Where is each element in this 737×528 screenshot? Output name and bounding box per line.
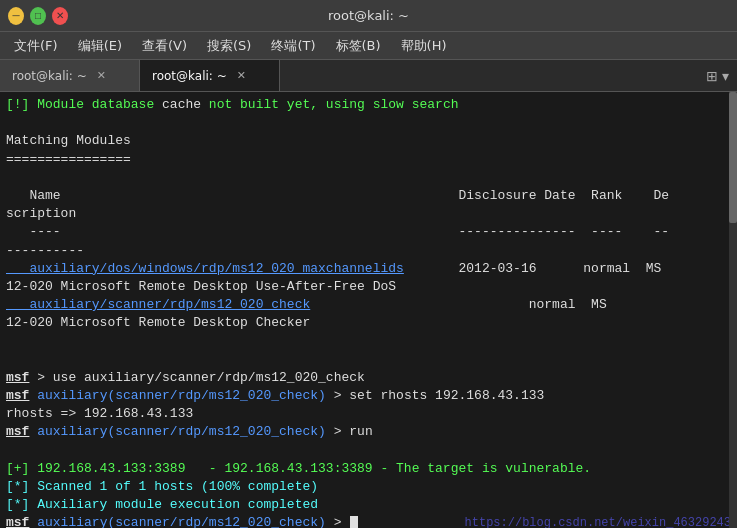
new-tab-button[interactable]: ⊞ xyxy=(706,68,718,84)
terminal[interactable]: [!] Module database cache not built yet,… xyxy=(0,92,737,528)
terminal-row2-a: auxiliary/scanner/rdp/ms12_020_check nor… xyxy=(6,296,731,314)
terminal-row1-b: 12-020 Microsoft Remote Desktop Use-Afte… xyxy=(6,278,731,296)
maximize-button[interactable]: □ xyxy=(30,7,46,25)
terminal-cmd1: msf > use auxiliary/scanner/rdp/ms12_020… xyxy=(6,369,731,387)
terminal-result2: [*] Scanned 1 of 1 hosts (100% complete) xyxy=(6,478,731,496)
tab-menu-button[interactable]: ▾ xyxy=(722,68,729,84)
terminal-row1-a: auxiliary/dos/windows/rdp/ms12_020_maxch… xyxy=(6,260,731,278)
menu-tabs[interactable]: 标签(B) xyxy=(326,35,391,57)
terminal-result3: [*] Auxiliary module execution completed xyxy=(6,496,731,514)
tab-1-label: root@kali: ~ xyxy=(12,69,87,83)
menu-terminal[interactable]: 终端(T) xyxy=(261,35,325,57)
terminal-cursor xyxy=(350,516,358,528)
watermark: https://blog.csdn.net/weixin_46329243 xyxy=(465,515,731,528)
menu-search[interactable]: 搜索(S) xyxy=(197,35,261,57)
tab-1-close[interactable]: ✕ xyxy=(97,69,106,82)
menu-help[interactable]: 帮助(H) xyxy=(391,35,457,57)
terminal-blank3 xyxy=(6,332,731,350)
tab-2[interactable]: root@kali: ~ ✕ xyxy=(140,60,280,91)
title-bar: ─ □ ✕ root@kali: ~ xyxy=(0,0,737,32)
terminal-final-prompt: msf auxiliary(scanner/rdp/ms12_020_check… xyxy=(6,514,731,528)
terminal-line-blank2 xyxy=(6,169,731,187)
terminal-table-sep2: ---------- xyxy=(6,242,731,260)
menu-view[interactable]: 查看(V) xyxy=(132,35,197,57)
tab-actions: ⊞ ▾ xyxy=(698,60,737,91)
minimize-button[interactable]: ─ xyxy=(8,7,24,25)
terminal-table-header2: scription xyxy=(6,205,731,223)
menu-edit[interactable]: 编辑(E) xyxy=(68,35,132,57)
tab-1[interactable]: root@kali: ~ ✕ xyxy=(0,60,140,91)
menu-file[interactable]: 文件(F) xyxy=(4,35,68,57)
terminal-line-equals: ================ xyxy=(6,151,731,169)
terminal-row2-b: 12-020 Microsoft Remote Desktop Checker xyxy=(6,314,731,332)
terminal-blank4 xyxy=(6,351,731,369)
tab-2-close[interactable]: ✕ xyxy=(237,69,246,82)
terminal-cmd3: msf auxiliary(scanner/rdp/ms12_020_check… xyxy=(6,423,731,441)
tab-bar: root@kali: ~ ✕ root@kali: ~ ✕ ⊞ ▾ xyxy=(0,60,737,92)
terminal-blank5 xyxy=(6,442,731,460)
terminal-line-1: [!] Module database cache not built yet,… xyxy=(6,96,731,114)
window-title: root@kali: ~ xyxy=(68,8,669,23)
close-button[interactable]: ✕ xyxy=(52,7,68,25)
menu-bar: 文件(F) 编辑(E) 查看(V) 搜索(S) 终端(T) 标签(B) 帮助(H… xyxy=(0,32,737,60)
terminal-table-sep1: ---- --------------- ---- -- xyxy=(6,223,731,241)
terminal-table-header: Name Disclosure Date Rank De xyxy=(6,187,731,205)
terminal-result1: [+] 192.168.43.133:3389 - 192.168.43.133… xyxy=(6,460,731,478)
terminal-rhosts: rhosts => 192.168.43.133 xyxy=(6,405,731,423)
tab-2-label: root@kali: ~ xyxy=(152,69,227,83)
terminal-line-matching: Matching Modules xyxy=(6,132,731,150)
terminal-cmd2: msf auxiliary(scanner/rdp/ms12_020_check… xyxy=(6,387,731,405)
terminal-line-blank1 xyxy=(6,114,731,132)
